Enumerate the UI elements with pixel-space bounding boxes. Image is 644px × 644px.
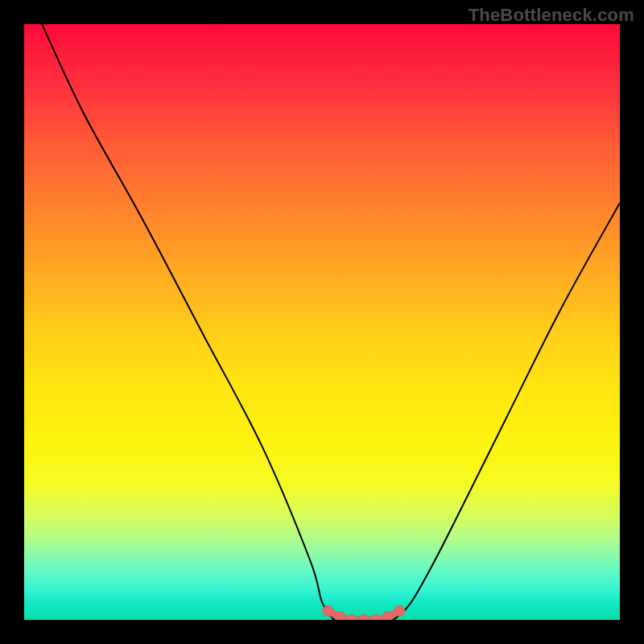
plot-area [24, 24, 620, 620]
chart-frame: TheBottleneck.com [0, 0, 644, 644]
valley-marker [358, 615, 369, 621]
watermark-text: TheBottleneck.com [469, 5, 634, 26]
valley-marker [323, 605, 333, 616]
series-lines [42, 24, 620, 620]
valley-marker [335, 612, 345, 620]
valley-marker [382, 612, 393, 620]
valley-marker [347, 615, 357, 621]
bottleneck-curve [42, 24, 620, 620]
valley-marker [394, 605, 405, 616]
valley-marker [370, 615, 381, 621]
chart-svg [24, 24, 620, 620]
